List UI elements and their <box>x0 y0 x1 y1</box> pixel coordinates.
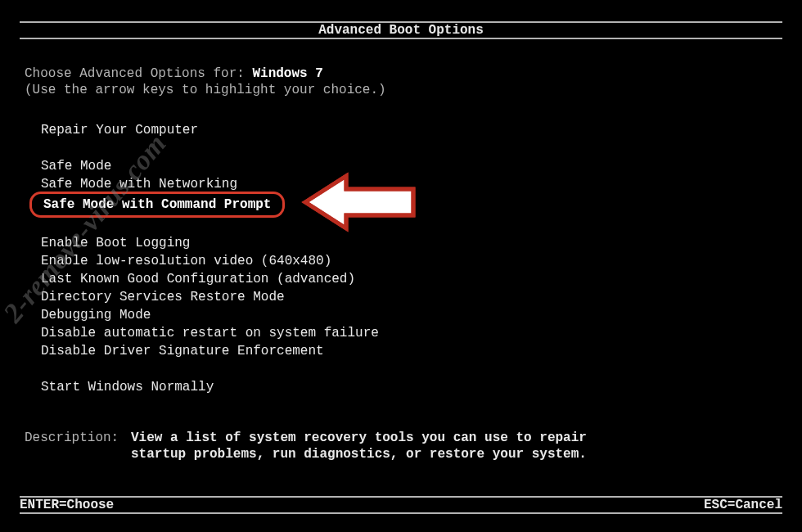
menu-item-safe-mode[interactable]: Safe Mode <box>41 157 379 175</box>
menu-item-repair-your-computer[interactable]: Repair Your Computer <box>41 121 379 139</box>
description-text: View a list of system recovery tools you… <box>131 430 589 462</box>
menu-item-debugging-mode[interactable]: Debugging Mode <box>41 306 379 324</box>
menu-item-enable-boot-logging[interactable]: Enable Boot Logging <box>41 234 379 252</box>
footer-esc: ESC=Cancel <box>704 498 782 512</box>
boot-options-menu: Repair Your ComputerSafe ModeSafe Mode w… <box>41 121 379 396</box>
menu-item-start-windows-normally[interactable]: Start Windows Normally <box>41 378 379 396</box>
menu-item-directory-services-restore-mode[interactable]: Directory Services Restore Mode <box>41 288 379 306</box>
menu-item-safe-mode-with-command-prompt[interactable]: Safe Mode with Command Prompt <box>29 192 285 218</box>
menu-spacer <box>41 360 379 378</box>
intro-hint: (Use the arrow keys to highlight your ch… <box>25 82 386 98</box>
menu-spacer <box>41 216 379 234</box>
intro-prefix: Choose Advanced Options for: <box>25 66 252 81</box>
os-name: Windows 7 <box>252 66 322 81</box>
footer-bar: ENTER=Choose ESC=Cancel <box>20 496 782 514</box>
description-block: Description: View a list of system recov… <box>25 430 589 462</box>
menu-item-enable-low-resolution-video-640x480[interactable]: Enable low-resolution video (640x480) <box>41 252 379 270</box>
page-title: Advanced Boot Options <box>318 23 484 38</box>
description-label: Description: <box>25 430 131 462</box>
title-bar: Advanced Boot Options <box>20 21 782 39</box>
menu-item-last-known-good-configuration-advanced[interactable]: Last Known Good Configuration (advanced) <box>41 270 379 288</box>
menu-item-disable-automatic-restart-on-system-failure[interactable]: Disable automatic restart on system fail… <box>41 324 379 342</box>
footer-enter: ENTER=Choose <box>20 498 114 512</box>
menu-spacer <box>41 139 379 157</box>
menu-item-disable-driver-signature-enforcement[interactable]: Disable Driver Signature Enforcement <box>41 342 379 360</box>
menu-item-safe-mode-with-networking[interactable]: Safe Mode with Networking <box>41 175 379 193</box>
intro-block: Choose Advanced Options for: Windows 7 (… <box>25 65 386 98</box>
